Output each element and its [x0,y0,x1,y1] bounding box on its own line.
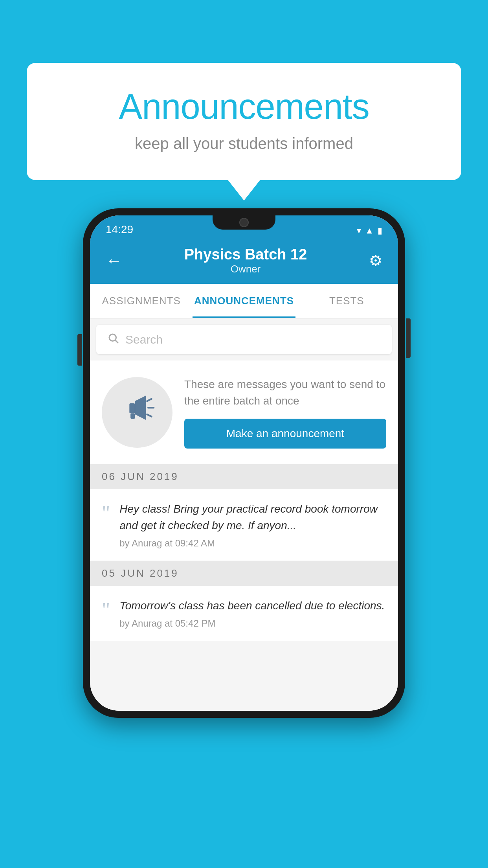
svg-rect-6 [130,413,135,419]
settings-button[interactable]: ⚙ [369,252,382,269]
promo-icon-circle [102,377,172,448]
svg-line-3 [147,399,151,401]
battery-icon: ▮ [378,226,382,236]
search-icon [107,332,119,347]
announcement-item-2: " Tomorrow's class has been cancelled du… [90,586,398,641]
date-separator-2: 05 JUN 2019 [90,561,398,586]
phone-notch [213,215,275,230]
content-area: Search [90,318,398,711]
announcement-meta-1: by Anurag at 09:42 AM [119,538,386,549]
promo-text-area: These are messages you want to send to t… [184,376,386,449]
speech-bubble-title: Announcements [58,86,430,127]
svg-rect-2 [129,403,135,413]
tab-announcements[interactable]: ANNOUNCEMENTS [193,284,295,318]
announcement-text-1: Hey class! Bring your practical record b… [119,501,386,549]
megaphone-icon [119,391,155,434]
back-button[interactable]: ← [106,251,122,270]
speech-bubble-container: Announcements keep all your students inf… [27,63,461,180]
header-title: Physics Batch 12 [184,246,307,263]
svg-point-0 [109,334,116,341]
status-time: 14:29 [106,223,133,236]
announcement-item-1: " Hey class! Bring your practical record… [90,489,398,561]
make-announcement-button[interactable]: Make an announcement [184,419,386,449]
speech-bubble-subtitle: keep all your students informed [58,135,430,153]
search-placeholder: Search [125,333,163,346]
header-subtitle: Owner [184,263,307,275]
speech-bubble: Announcements keep all your students inf… [27,63,461,180]
tab-assignments[interactable]: ASSIGNMENTS [90,284,193,318]
announcement-message-2: Tomorrow's class has been cancelled due … [119,598,386,614]
announcement-meta-2: by Anurag at 05:42 PM [119,618,386,629]
search-bar[interactable]: Search [96,325,392,354]
app-header: ← Physics Batch 12 Owner ⚙ [90,239,398,284]
date-separator-1: 06 JUN 2019 [90,464,398,489]
svg-line-5 [147,414,151,417]
promo-block: These are messages you want to send to t… [90,360,398,464]
announcement-message-1: Hey class! Bring your practical record b… [119,501,386,534]
signal-icon: ▲ [365,226,374,236]
quote-icon-1: " [102,503,110,524]
phone-camera [239,218,249,227]
phone-screen: 14:29 ▾ ▲ ▮ ← Physics Batch 12 Owner ⚙ [90,215,398,711]
svg-line-1 [116,340,118,343]
header-center: Physics Batch 12 Owner [184,246,307,275]
status-icons: ▾ ▲ ▮ [357,226,382,236]
wifi-icon: ▾ [357,226,361,236]
tabs-bar: ASSIGNMENTS ANNOUNCEMENTS TESTS [90,284,398,318]
phone-wrapper: 14:29 ▾ ▲ ▮ ← Physics Batch 12 Owner ⚙ [83,208,405,718]
phone-outer: 14:29 ▾ ▲ ▮ ← Physics Batch 12 Owner ⚙ [83,208,405,718]
tab-tests[interactable]: TESTS [295,284,398,318]
promo-description: These are messages you want to send to t… [184,376,386,409]
quote-icon-2: " [102,600,110,620]
announcement-text-2: Tomorrow's class has been cancelled due … [119,598,386,629]
